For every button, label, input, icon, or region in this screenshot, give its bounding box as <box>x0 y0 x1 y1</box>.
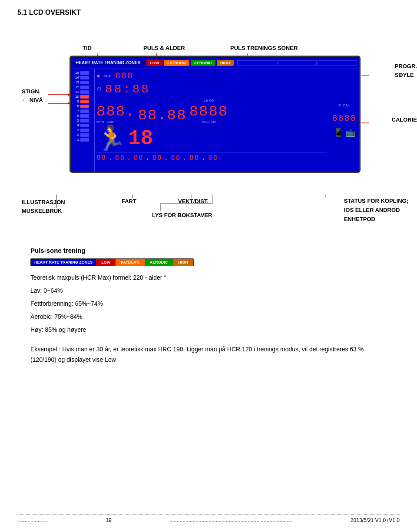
seg-3: 88 <box>134 154 144 162</box>
label-progr-soyle: PROGR. SØYLE <box>395 62 417 79</box>
lcd-speed-block: 888. MPH KMH <box>96 103 136 124</box>
lcd-clock-icon: ⏱ <box>96 86 102 93</box>
status-line3: ENHETPOD <box>344 215 408 224</box>
lcd-phone-icon: 📱 <box>334 128 343 137</box>
lcd-calorie-display: 8888 <box>332 113 356 123</box>
lcd-mid-digits: 88.88 <box>138 107 187 124</box>
zone-mini-fatburn: FATBURN <box>116 259 144 266</box>
level-row-6: 6 <box>74 114 91 118</box>
puls-text-2: Lav: 0~64% <box>30 284 400 297</box>
level-row-12: 12 <box>74 85 91 89</box>
level-row-15: 15 <box>74 71 91 75</box>
label-muskelbruk: MUSKELBRUK <box>22 208 62 214</box>
footer-dots-left: ..................... <box>17 517 48 523</box>
page-footer: ..................... 19 ...............… <box>17 514 400 523</box>
label-vekt-dist: VEKT/DIST. <box>178 198 208 205</box>
lcd-right-section: S CAL 8888 📱 📺 <box>329 69 359 172</box>
page-title: 5.1 LCD OVERSIKT <box>17 9 400 17</box>
level-row-5: 5 <box>74 119 91 122</box>
seg-4: 88 <box>152 154 162 162</box>
lcd-level-column: 15 14 13 12 11 10 9 8 7 6 5 4 3 2 <box>71 69 95 172</box>
progr-line1: PROGR. <box>395 62 417 71</box>
puls-text-1: Teoretisk maxpuls (HCR Max) formel: 220 … <box>30 271 400 284</box>
lcd-s-cal-labels: S CAL <box>339 103 350 107</box>
lcd-screen: HEART RATE TRANING ZONES LOW FATBURN AER… <box>70 56 361 173</box>
label-status: STATUS FOR KOPLING; IOS ELLER ANDROD ENH… <box>344 197 408 224</box>
lcd-age-label: AGE <box>103 74 112 78</box>
lcd-time-row: ⏱ 88:88 <box>96 83 327 96</box>
arrow-niva: ← <box>22 96 28 103</box>
label-puls-alder: PULS & ALDER <box>143 45 185 51</box>
lcd-bottom-segs: 88 . 88 . 88 . 88 . 88 . 88 . 88 <box>96 152 327 162</box>
lcd-age-display: 888 <box>115 71 133 81</box>
seg-1: 88 <box>96 154 106 162</box>
zone-tag-fatburn: FATBURN <box>164 60 189 66</box>
puls-sone-title: Puls-sone trening <box>30 247 400 254</box>
lcd-kg-label: KG <box>209 99 214 102</box>
lcd-dist-digits: 8888 <box>189 103 228 120</box>
lcd-grid <box>237 60 357 66</box>
level-row-9: 9 <box>74 99 91 103</box>
level-row-1: 1 <box>74 138 91 142</box>
lcd-figure-area: 🏃 18 <box>96 126 327 150</box>
level-row-2: 2 <box>74 133 91 137</box>
zone-mini-header: HEART RATE TRANING ZONES <box>31 259 96 266</box>
lcd-main-display: 888. MPH KMH 88.88 <box>96 99 327 124</box>
lcd-mid-block: 88.88 <box>138 107 187 124</box>
section-puls: Puls-sone trening HEART RATE TRANING ZON… <box>17 247 400 365</box>
lcd-s-label: S <box>339 103 341 107</box>
seg-5: 88 <box>171 154 181 162</box>
puls-text-4: Aerobic: 75%~84% <box>30 311 400 323</box>
lcd-large-number: 18 <box>128 127 153 150</box>
lcd-age-row: ♥ AGE 888 <box>96 71 327 81</box>
lcd-time-display: 88:88 <box>105 83 150 96</box>
zone-tag-aerobic: AEROBIC <box>191 60 216 66</box>
level-row-3: 3 <box>74 128 91 132</box>
level-row-10: 10 <box>74 95 91 99</box>
footer-version: 2013/5/21 V1.0+V1.0 <box>351 517 400 523</box>
lcd-center: ♥ AGE 888 ⏱ 88:88 888. <box>95 69 329 172</box>
lcd-mile-label: MILE <box>202 120 210 124</box>
label-fart: FART <box>122 198 136 205</box>
seg-2: 88 <box>115 154 125 162</box>
lcd-zone-tags: LOW FATBURN AEROBIC HIGH <box>146 60 233 66</box>
lcd-weight-block: LB KG 8888 MILE KM <box>189 99 228 124</box>
seg-dot-1: . <box>108 154 113 162</box>
zone-mini-aerobic: AEROBIC <box>145 259 173 266</box>
lcd-kmh-label: KMH <box>107 120 115 124</box>
puls-text-3: Fettforbrenning: 65%~74% <box>30 297 400 310</box>
zone-tag-low: LOW <box>146 60 162 66</box>
lcd-body: 15 14 13 12 11 10 9 8 7 6 5 4 3 2 <box>71 69 359 172</box>
seg-dot-2: . <box>127 154 132 162</box>
zone-mini-low: LOW <box>96 259 116 266</box>
label-lys-bokstaver: LYS FOR BOKSTAVER <box>152 212 212 218</box>
seg-7: 88 <box>208 154 218 162</box>
label-niva: ← NIVÅ <box>22 96 43 103</box>
label-illustrasjon: ILLUSTRASJON <box>22 199 65 205</box>
seg-dot-6: . <box>201 154 206 162</box>
puls-text-5: Høy: 85% og høyere <box>30 324 400 336</box>
seg-dot-5: . <box>182 154 188 162</box>
level-row-8: 8 <box>74 104 91 108</box>
lcd-cal-label: CAL <box>343 103 350 107</box>
footer-page-number: 19 <box>106 517 111 523</box>
progr-line2: SØYLE <box>395 71 417 79</box>
label-stign: STIGN. <box>22 88 43 95</box>
lcd-lb-label: LB <box>204 99 208 102</box>
zone-bar-inner: HEART RATE TRANING ZONES LOW FATBURN AER… <box>30 258 194 266</box>
lcd-mph-label: MPH <box>96 120 104 124</box>
level-bars: 15 14 13 12 11 10 9 8 7 6 5 4 3 2 <box>74 71 91 142</box>
page: 5.1 LCD OVERSIKT TID PULS & ALDER PULS T… <box>0 0 417 532</box>
level-row-13: 13 <box>74 80 91 84</box>
status-line2: IOS ELLER ANDROD <box>344 206 408 215</box>
lcd-top-bar: HEART RATE TRANING ZONES LOW FATBURN AER… <box>71 57 359 69</box>
level-row-11: 11 <box>74 90 91 94</box>
lcd-running-figure: 🏃 <box>96 126 126 150</box>
label-puls-trenings-soner: PULS TRENINGS SONER <box>230 45 298 51</box>
footer-dots-right: ........................................… <box>169 517 292 523</box>
lcd-heart-icon: ♥ <box>96 73 100 79</box>
zone-bar-mini: HEART RATE TRANING ZONES LOW FATBURN AER… <box>30 258 400 266</box>
label-calorie: CALORIE <box>392 116 417 123</box>
status-line1: STATUS FOR KOPLING; <box>344 197 408 206</box>
seg-dot-4: . <box>164 154 169 162</box>
